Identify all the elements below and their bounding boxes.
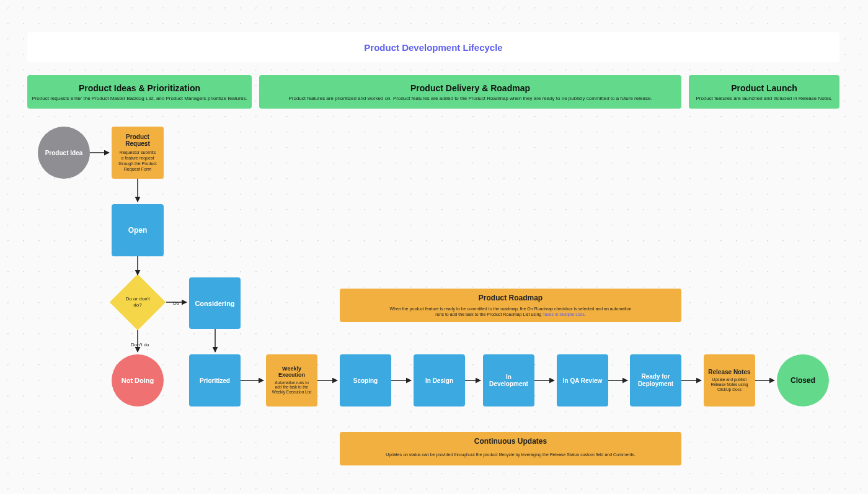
node-continuous-updates[interactable]: Continuous Updates Updates on status can… <box>340 432 681 465</box>
node-in-design[interactable]: In Design <box>414 354 465 406</box>
node-weekly-execution[interactable]: Weekly Execution Automation runs to add … <box>266 354 317 406</box>
phase-ideas-desc: Product requests enter the Product Maste… <box>32 96 247 101</box>
phase-ideas-title: Product Ideas & Prioritization <box>79 83 200 93</box>
node-weekly-title: Weekly Execution <box>270 366 314 379</box>
node-release-notes-desc: Update and publish Release Notes using C… <box>707 377 751 392</box>
diagram-title: Product Development Lifecycle <box>27 32 839 62</box>
phase-delivery-title: Product Delivery & Roadmap <box>410 83 530 93</box>
diagram-canvas[interactable]: Product Development Lifecycle Product Id… <box>0 0 868 494</box>
node-release-notes[interactable]: Release Notes Update and publish Release… <box>704 354 755 406</box>
node-scoping[interactable]: Scoping <box>340 354 391 406</box>
node-decision-label: Do or don't do? <box>122 296 154 308</box>
node-product-request[interactable]: Product Request Requestor submits a feat… <box>112 127 164 179</box>
node-prioritized[interactable]: Prioritized <box>189 354 241 406</box>
phase-launch: Product Launch Product features are laun… <box>689 75 839 109</box>
node-product-request-desc: Requestor submits a feature request thro… <box>115 150 160 172</box>
node-considering[interactable]: Considering <box>189 277 241 329</box>
node-continuous-desc: Updates on status can be provided throug… <box>386 452 636 457</box>
node-product-request-title: Product Request <box>115 133 160 147</box>
node-decision[interactable]: Do or don't do? <box>118 282 157 322</box>
phase-delivery-desc: Product features are prioritized and wor… <box>288 96 652 101</box>
node-in-development[interactable]: In Development <box>483 354 534 406</box>
phase-ideas: Product Ideas & Prioritization Product r… <box>27 75 252 109</box>
node-continuous-title: Continuous Updates <box>474 437 547 446</box>
node-roadmap-title: Product Roadmap <box>479 294 542 302</box>
node-roadmap-desc: When the product feature is ready to be … <box>387 306 635 317</box>
node-not-doing[interactable]: Not Doing <box>112 354 164 406</box>
node-release-notes-title: Release Notes <box>708 369 750 375</box>
node-closed[interactable]: Closed <box>777 354 829 406</box>
node-weekly-desc: Automation runs to add the task to the W… <box>270 380 314 395</box>
node-product-idea[interactable]: Product Idea <box>38 127 90 179</box>
edge-label-do: Do <box>173 300 179 306</box>
edge-label-dontdo: Don't do <box>131 342 149 348</box>
node-ready-deployment[interactable]: Ready for Deployment <box>630 354 681 406</box>
node-in-qa[interactable]: In QA Review <box>557 354 608 406</box>
roadmap-link[interactable]: Tasks in Multiple Lists <box>542 312 585 317</box>
node-open[interactable]: Open <box>112 204 164 256</box>
phase-delivery: Product Delivery & Roadmap Product featu… <box>259 75 681 109</box>
node-product-roadmap[interactable]: Product Roadmap When the product feature… <box>340 289 681 322</box>
phase-launch-desc: Product features are launched and includ… <box>696 96 832 101</box>
phase-launch-title: Product Launch <box>731 83 797 93</box>
